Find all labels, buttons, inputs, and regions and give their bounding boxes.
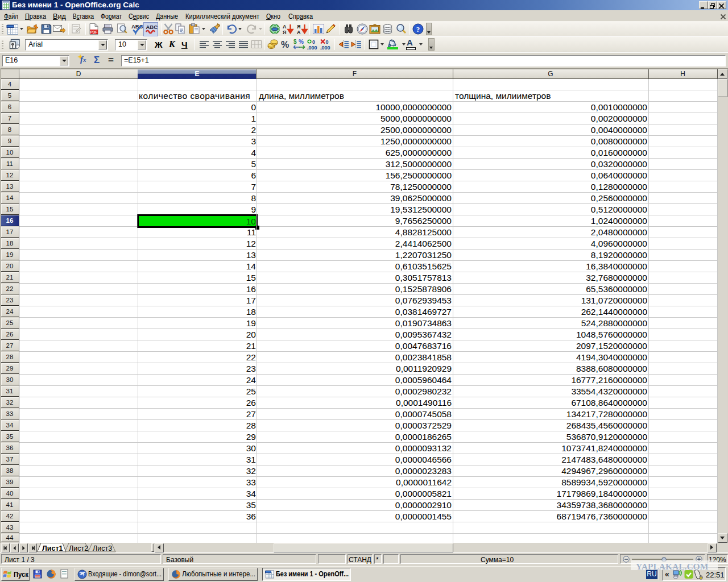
- svg-text:,000: ,000: [320, 45, 330, 51]
- svg-text:А: А: [297, 30, 301, 35]
- svg-text:$: $: [293, 39, 297, 45]
- svg-text:%: %: [299, 39, 304, 45]
- svg-text:PDF: PDF: [90, 30, 98, 34]
- svg-text:Я: Я: [297, 24, 300, 30]
- svg-text:Я: Я: [283, 30, 286, 35]
- svg-text:,000: ,000: [307, 45, 317, 51]
- svg-text:А: А: [283, 24, 287, 30]
- svg-text:?: ?: [416, 25, 420, 34]
- svg-text:ABC: ABC: [146, 24, 158, 30]
- svg-text:0: 0: [326, 39, 329, 45]
- svg-text:0: 0: [312, 39, 315, 45]
